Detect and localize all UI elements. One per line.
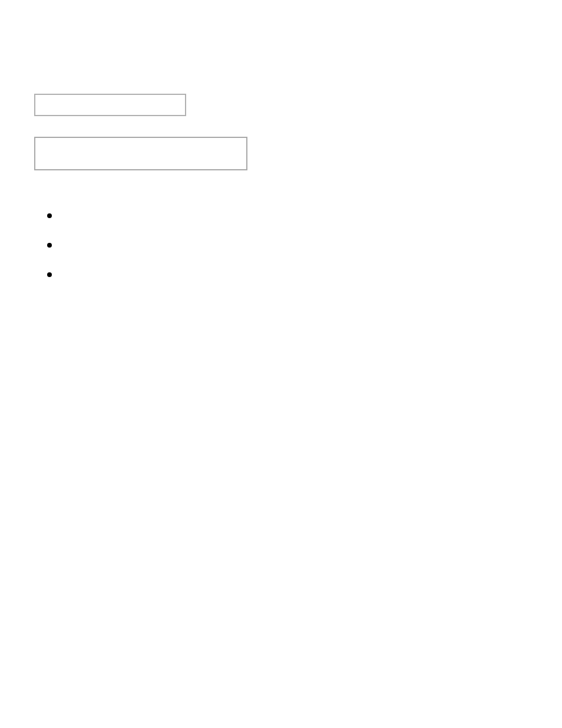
bullet-list [47, 213, 58, 302]
list-item [47, 213, 58, 218]
list-item [47, 272, 58, 277]
list-item [47, 243, 58, 248]
text-box-2 [34, 137, 247, 170]
text-box-1 [34, 94, 186, 116]
bullet-icon [47, 243, 52, 248]
bullet-icon [47, 213, 52, 218]
bullet-icon [47, 272, 52, 277]
